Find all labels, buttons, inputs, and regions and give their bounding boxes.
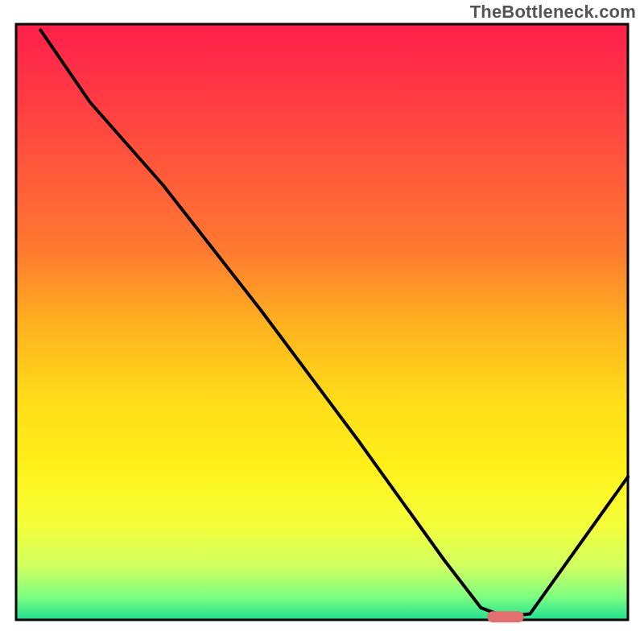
- watermark-text: TheBottleneck.com: [470, 2, 636, 23]
- chart-svg: [0, 0, 644, 644]
- plot-background: [16, 24, 628, 620]
- optimum-marker: [487, 611, 524, 622]
- chart-container: TheBottleneck.com: [0, 0, 644, 644]
